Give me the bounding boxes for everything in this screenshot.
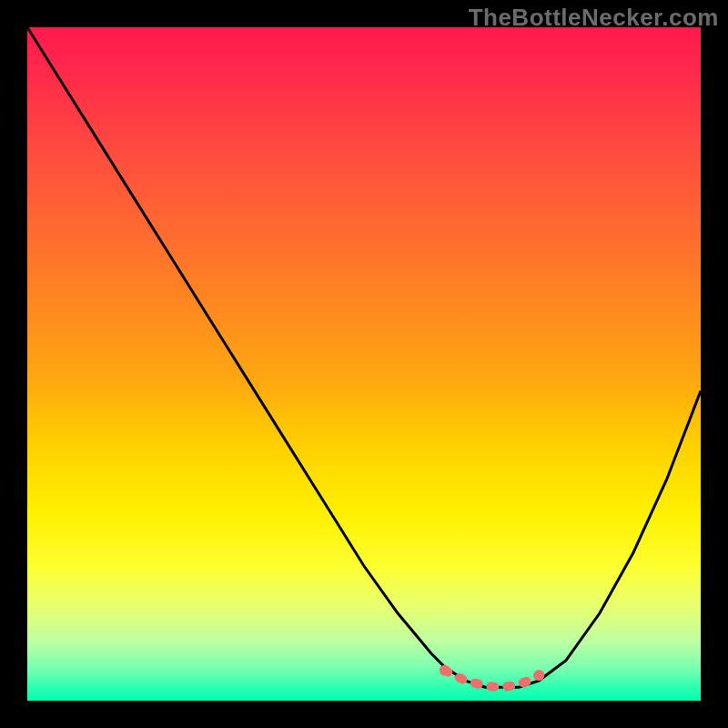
plot-area bbox=[27, 27, 701, 701]
optimal-band-endpoint bbox=[533, 670, 544, 681]
optimal-band-endpoint bbox=[440, 665, 450, 676]
optimal-band-markers bbox=[440, 665, 545, 688]
watermark-text: TheBottleNecker.com bbox=[469, 4, 719, 32]
chart-frame: TheBottleNecker.com bbox=[0, 0, 728, 728]
curve-layer bbox=[27, 27, 701, 701]
bottleneck-curve-path bbox=[27, 27, 701, 687]
optimal-band-path bbox=[445, 671, 540, 688]
